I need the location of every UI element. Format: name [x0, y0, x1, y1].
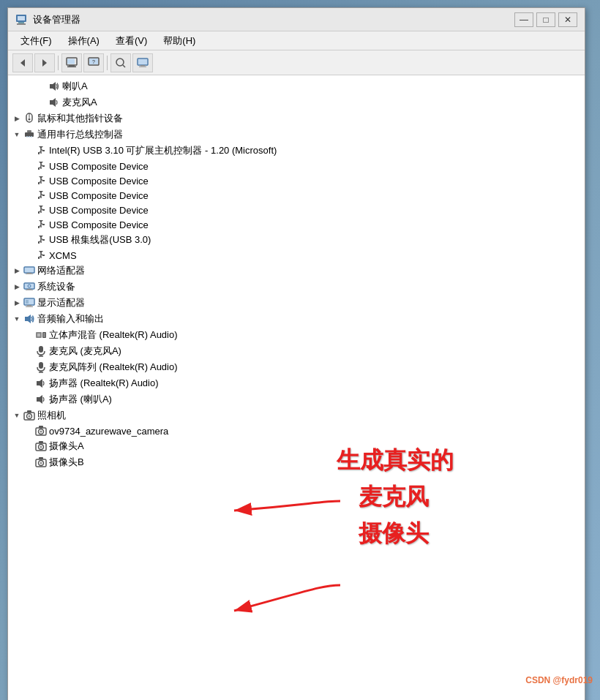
svg-marker-102: [37, 379, 42, 388]
csdn-watermark: CSDN @fydr019: [525, 675, 593, 685]
svg-rect-25: [27, 130, 31, 132]
collapse-icon[interactable]: ▼: [11, 313, 23, 325]
svg-point-118: [40, 462, 42, 464]
item-label: 立体声混音 (Realtek(R) Audio): [49, 328, 178, 342]
svg-text:?: ?: [92, 59, 95, 64]
speaker-icon: [34, 393, 48, 406]
svg-marker-48: [39, 191, 43, 193]
item-label: 显示适配器: [37, 296, 85, 310]
speaker-icon: [48, 96, 61, 109]
svg-rect-80: [26, 274, 33, 274]
item-label: 音频输入和输出: [37, 312, 104, 326]
list-item[interactable]: 麦克风 (麦克风A): [8, 343, 585, 359]
close-button[interactable]: ✕: [558, 12, 577, 27]
svg-point-13: [116, 59, 124, 66]
item-label: 鼠标和其他指针设备: [37, 111, 123, 126]
forward-button[interactable]: [34, 53, 55, 72]
item-label: USB Composite Device: [49, 175, 149, 187]
collapse-icon[interactable]: ▶: [11, 297, 23, 309]
item-label: 网络适配器: [37, 263, 85, 278]
svg-marker-54: [39, 206, 43, 208]
svg-rect-58: [38, 211, 40, 214]
list-item[interactable]: 麦克风A: [8, 94, 585, 110]
list-item[interactable]: ▶ 网络适配器: [8, 263, 585, 279]
svg-rect-99: [39, 362, 43, 369]
menu-view[interactable]: 查看(V): [109, 32, 154, 50]
item-label: 摄像头A: [49, 439, 84, 454]
svg-marker-60: [39, 220, 43, 222]
menu-action[interactable]: 操作(A): [61, 32, 106, 50]
list-item[interactable]: USB 根集线器(USB 3.0): [8, 232, 585, 248]
list-item[interactable]: Intel(R) USB 3.10 可扩展主机控制器 - 1.20 (Micro…: [8, 143, 585, 159]
menubar: 文件(F) 操作(A) 查看(V) 帮助(H): [8, 31, 585, 50]
collapse-icon[interactable]: ▶: [11, 281, 23, 293]
svg-rect-33: [42, 150, 45, 151]
network-icon: [23, 264, 36, 277]
collapse-icon[interactable]: ▶: [11, 113, 23, 124]
list-item[interactable]: USB Composite Device: [8, 188, 585, 203]
item-label: ov9734_azurewave_camera: [49, 425, 168, 437]
svg-rect-95: [43, 333, 45, 337]
list-item[interactable]: 摄像头B: [8, 454, 585, 470]
svg-rect-107: [27, 410, 31, 413]
list-item[interactable]: ▼ 音频输入和输出: [8, 311, 585, 327]
svg-rect-63: [42, 224, 45, 225]
item-label: USB Composite Device: [49, 160, 149, 173]
menu-file[interactable]: 文件(F): [14, 32, 59, 50]
svg-rect-111: [39, 426, 43, 428]
svg-marker-36: [39, 162, 43, 164]
usb-icon: [34, 218, 48, 231]
item-label: USB 根集线器(USB 3.0): [49, 233, 151, 247]
list-item[interactable]: USB Composite Device: [8, 217, 585, 232]
camera-icon: [34, 424, 48, 437]
list-item[interactable]: USB Composite Device: [8, 203, 585, 217]
list-item[interactable]: 扬声器 (喇叭A): [8, 391, 585, 407]
svg-marker-19: [50, 82, 56, 91]
collapse-icon[interactable]: ▶: [11, 265, 23, 276]
svg-marker-72: [39, 251, 43, 253]
update-button[interactable]: ?: [83, 53, 104, 72]
usb-hub-icon: [23, 128, 36, 141]
svg-rect-64: [38, 226, 40, 228]
svg-rect-17: [140, 65, 145, 67]
usb-icon: [34, 203, 48, 217]
usb-icon: [34, 233, 48, 246]
list-item[interactable]: ▼ 通用串行总线控制器: [8, 127, 585, 143]
list-item[interactable]: 立体声混音 (Realtek(R) Audio): [8, 327, 585, 343]
item-label: 系统设备: [37, 279, 75, 294]
list-item[interactable]: ▼ 照相机: [8, 407, 585, 424]
device-tree[interactable]: 喇叭A 麦克风A ▶ 鼠标和其他指针设备: [8, 75, 585, 700]
list-item[interactable]: ▶ 显示适配器: [8, 295, 585, 311]
maximize-button[interactable]: □: [536, 12, 555, 27]
list-item[interactable]: ▶ 系统设备: [8, 279, 585, 295]
svg-marker-91: [25, 315, 31, 323]
menu-help[interactable]: 帮助(H): [157, 32, 202, 50]
back-button[interactable]: [12, 53, 33, 72]
list-item[interactable]: USB Composite Device: [8, 159, 585, 173]
camera-category-icon: [23, 409, 36, 422]
list-item[interactable]: 扬声器 (Realtek(R) Audio): [8, 375, 585, 391]
list-item[interactable]: ▶ 鼠标和其他指针设备: [8, 110, 585, 127]
list-item[interactable]: 喇叭A: [8, 78, 585, 94]
item-label: 通用串行总线控制器: [37, 127, 123, 142]
svg-rect-79: [27, 273, 31, 274]
minimize-button[interactable]: —: [514, 12, 533, 27]
collapse-icon[interactable]: ▼: [11, 410, 23, 421]
item-label: 扬声器 (Realtek(R) Audio): [49, 376, 159, 391]
svg-point-106: [29, 415, 31, 418]
svg-rect-75: [42, 255, 45, 256]
svg-rect-88: [27, 305, 31, 306]
monitor-button[interactable]: [132, 53, 153, 72]
scan-button[interactable]: [110, 53, 131, 72]
list-item[interactable]: 麦克风阵列 (Realtek(R) Audio): [8, 359, 585, 375]
usb-icon: [34, 174, 48, 187]
toolbar-separator-2: [107, 56, 108, 70]
window-icon: [15, 14, 27, 26]
list-item[interactable]: XCMS: [8, 248, 585, 263]
list-item[interactable]: USB Composite Device: [8, 173, 585, 188]
collapse-icon[interactable]: ▼: [11, 129, 23, 140]
list-item[interactable]: 摄像头A: [8, 438, 585, 454]
properties-button[interactable]: [61, 53, 82, 72]
expand-placeholder: [23, 394, 34, 405]
list-item[interactable]: ov9734_azurewave_camera: [8, 424, 585, 438]
